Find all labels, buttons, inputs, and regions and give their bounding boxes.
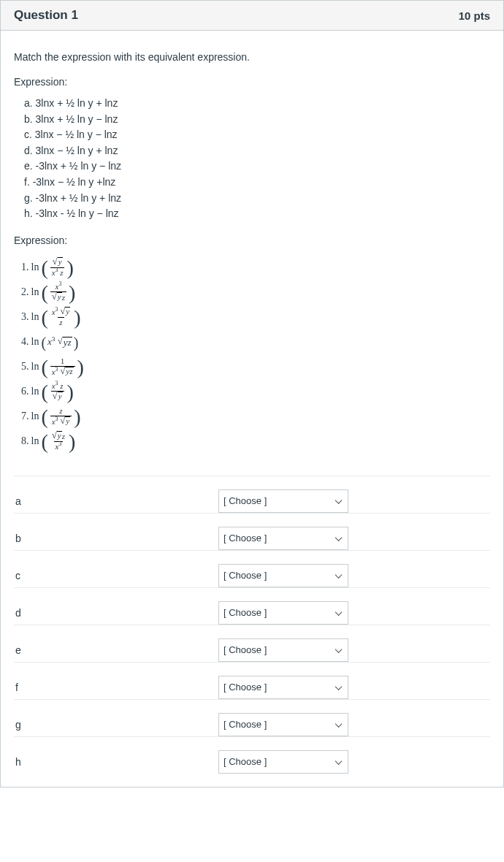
expression-label-1: Expression: bbox=[14, 76, 490, 88]
list-item: g. -3lnx + ½ ln y + lnz bbox=[24, 191, 490, 206]
select-wrap: [ Choose ] bbox=[218, 564, 348, 587]
list-item: d. 3lnx − ½ ln y + lnz bbox=[24, 144, 490, 159]
match-row: a [ Choose ] bbox=[14, 476, 490, 513]
match-select-e[interactable]: [ Choose ] bbox=[218, 638, 348, 662]
question-instruction: Match the expression with its equivalent… bbox=[14, 51, 490, 63]
list-item: c. 3lnx − ½ ln y − lnz bbox=[24, 128, 490, 142]
question-title: Question 1 bbox=[14, 8, 78, 23]
match-select-c[interactable]: [ Choose ] bbox=[218, 564, 348, 587]
match-row: f [ Choose ] bbox=[14, 662, 490, 699]
match-label: e bbox=[14, 644, 218, 656]
match-label: g bbox=[14, 719, 218, 731]
match-label: d bbox=[14, 607, 218, 619]
select-wrap: [ Choose ] bbox=[218, 750, 348, 774]
question-header: Question 1 10 pts bbox=[1, 1, 503, 31]
match-rows: a [ Choose ] b [ Choose ] c bbox=[14, 476, 490, 774]
list-item: 8. ln ( √yz x3 ) bbox=[21, 429, 490, 454]
match-select-b[interactable]: [ Choose ] bbox=[218, 527, 348, 550]
list-item: h. -3lnx - ½ ln y − lnz bbox=[24, 207, 490, 221]
list-item: f. -3lnx − ½ ln y +lnz bbox=[24, 175, 490, 190]
list-item: 2. ln ( x3 √yz ) bbox=[21, 280, 490, 305]
select-wrap: [ Choose ] bbox=[218, 601, 348, 625]
match-row: c [ Choose ] bbox=[14, 550, 490, 587]
match-select-a[interactable]: [ Choose ] bbox=[218, 489, 348, 513]
numbered-expression-list: 1. ln ( √y x3 z ) 2. ln ( x3 √yz ) bbox=[14, 255, 490, 454]
match-label: c bbox=[14, 570, 218, 581]
match-row: b [ Choose ] bbox=[14, 513, 490, 550]
list-item: 7. ln ( z x3 √y ) bbox=[21, 404, 490, 429]
expression-label-2: Expression: bbox=[14, 234, 490, 246]
list-item: 5. ln ( 1 x3 √yz ) bbox=[21, 354, 490, 379]
match-label: b bbox=[14, 533, 218, 544]
match-label: f bbox=[14, 682, 218, 693]
select-wrap: [ Choose ] bbox=[218, 713, 348, 736]
select-wrap: [ Choose ] bbox=[218, 527, 348, 550]
match-select-h[interactable]: [ Choose ] bbox=[218, 750, 348, 774]
list-item: a. 3lnx + ½ ln y + lnz bbox=[24, 96, 490, 111]
select-wrap: [ Choose ] bbox=[218, 489, 348, 513]
match-row: g [ Choose ] bbox=[14, 699, 490, 736]
question-body: Match the expression with its equivalent… bbox=[1, 31, 503, 787]
list-item: 6. ln ( x3 z √y ) bbox=[21, 379, 490, 404]
question-card: Question 1 10 pts Match the expression w… bbox=[0, 0, 504, 787]
list-item: b. 3lnx + ½ ln y − lnz bbox=[24, 112, 490, 127]
list-item: 3. ln ( x3 √y z ) bbox=[21, 305, 490, 329]
select-wrap: [ Choose ] bbox=[218, 676, 348, 699]
list-item: 4. ln ( x3 √yz ) bbox=[21, 329, 490, 354]
match-label: h bbox=[14, 756, 218, 768]
match-row: d [ Choose ] bbox=[14, 587, 490, 625]
match-row: h [ Choose ] bbox=[14, 736, 490, 774]
match-select-g[interactable]: [ Choose ] bbox=[218, 713, 348, 736]
match-row: e [ Choose ] bbox=[14, 625, 490, 662]
list-item: e. -3lnx + ½ ln y − lnz bbox=[24, 159, 490, 174]
select-wrap: [ Choose ] bbox=[218, 638, 348, 662]
letter-expression-list: a. 3lnx + ½ ln y + lnz b. 3lnx + ½ ln y … bbox=[14, 96, 490, 221]
match-select-d[interactable]: [ Choose ] bbox=[218, 601, 348, 625]
question-points: 10 pts bbox=[459, 9, 490, 22]
match-select-f[interactable]: [ Choose ] bbox=[218, 676, 348, 699]
match-label: a bbox=[14, 495, 218, 507]
list-item: 1. ln ( √y x3 z ) bbox=[21, 255, 490, 280]
